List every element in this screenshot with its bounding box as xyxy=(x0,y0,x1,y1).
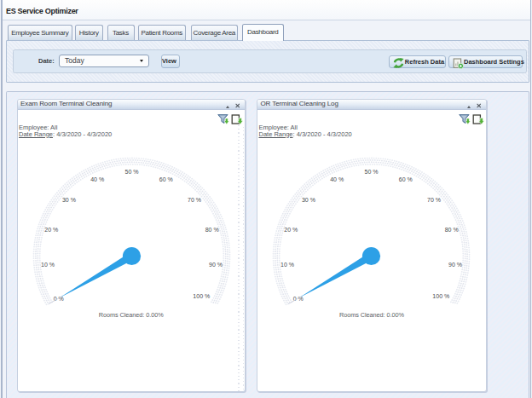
svg-text:40 %: 40 % xyxy=(90,176,104,182)
svg-text:10 %: 10 % xyxy=(41,262,55,268)
svg-text:30 %: 30 % xyxy=(61,196,75,202)
svg-text:20 %: 20 % xyxy=(284,227,298,233)
svg-text:90 %: 90 % xyxy=(209,262,223,268)
svg-text:80 %: 80 % xyxy=(445,227,459,233)
svg-text:70 %: 70 % xyxy=(427,196,441,202)
svg-text:100 %: 100 % xyxy=(432,293,449,299)
svg-text:10 %: 10 % xyxy=(280,262,294,268)
svg-text:20 %: 20 % xyxy=(44,227,58,233)
svg-text:80 %: 80 % xyxy=(205,227,218,233)
svg-text:40 %: 40 % xyxy=(330,176,344,182)
svg-text:70 %: 70 % xyxy=(188,196,201,202)
svg-text:90 %: 90 % xyxy=(448,262,462,268)
svg-text:60 %: 60 % xyxy=(399,176,413,182)
svg-text:50 %: 50 % xyxy=(365,169,379,175)
svg-text:60 %: 60 % xyxy=(159,176,172,182)
svg-text:30 %: 30 % xyxy=(302,196,315,202)
svg-text:100 %: 100 % xyxy=(193,293,210,299)
svg-text:50 %: 50 % xyxy=(124,169,138,175)
